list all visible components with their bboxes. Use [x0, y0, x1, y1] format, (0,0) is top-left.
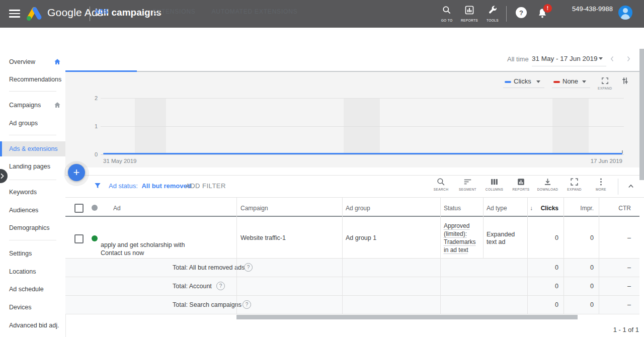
download-button[interactable]: DOWNLOAD [534, 177, 561, 191]
toolbar-label: EXPAND [567, 188, 582, 191]
none-series-swatch [553, 81, 560, 83]
help-icon[interactable]: ? [244, 263, 253, 272]
col-header-ad-group[interactable]: Ad group [346, 205, 370, 212]
home-icon [53, 58, 61, 66]
sidebar-item-locations[interactable]: Locations [0, 264, 65, 279]
sidebar-divider [9, 240, 56, 240]
sidebar-item-overview[interactable]: Overview [0, 54, 65, 69]
col-header-ctr[interactable]: CTR [601, 205, 631, 212]
row-checkbox[interactable] [74, 234, 84, 243]
segment-button[interactable]: SEGMENT [454, 177, 481, 191]
chart-expand-label: EXPAND [598, 87, 612, 90]
sidebar-item-audiences[interactable]: Audiences [0, 203, 65, 218]
tab-ads[interactable]: ADS [65, 0, 138, 23]
toolbar-divider [618, 179, 618, 195]
sidebar-item-demographics[interactable]: Demographics [0, 220, 65, 235]
total-label: Total: Account [173, 283, 212, 290]
total-impr: 0 [564, 283, 594, 290]
metric-label: None [562, 77, 578, 85]
ad-approval-status[interactable]: Approved (limited): Trademarks in ad tex… [444, 222, 482, 254]
col-header-impr[interactable]: Impr. [569, 205, 594, 212]
sidebar-item-label: Overview [9, 58, 35, 65]
sidebar-item-label: Ad groups [9, 120, 38, 127]
sidebar-item-label: Advanced bid adj. [9, 322, 59, 329]
x-axis-end-label: 17 Jun 2019 [589, 158, 622, 164]
question-glyph: ? [219, 283, 222, 289]
daterange-prev-button[interactable] [608, 54, 617, 63]
column-divider [483, 198, 484, 259]
ad-status-filter-chip[interactable]: Ad status: All but removed [109, 182, 191, 190]
add-ad-button[interactable]: + [68, 164, 85, 181]
column-divider [527, 198, 528, 314]
sidebar-item-recommendations[interactable]: Recommendations [0, 72, 65, 87]
daterange-value[interactable]: 31 May - 17 Jun 2019 [532, 55, 598, 62]
tab-label: EXTENSIONS [152, 8, 195, 15]
clicks-series-line [103, 153, 622, 154]
tools-label: TOOLS [487, 19, 499, 22]
pagination-status: 1 - 1 of 1 [579, 326, 639, 333]
campaign-link[interactable]: Website traffic-1 [240, 234, 286, 241]
reports-button[interactable]: REPORTS [458, 5, 480, 22]
total-impr: 0 [564, 264, 594, 271]
total-row-account: Total: Account ? 0 0 – [65, 277, 639, 296]
reports-label: REPORTS [461, 19, 478, 22]
search-icon [442, 5, 452, 17]
download-icon [543, 177, 552, 187]
columns-button[interactable]: COLUMNS [481, 177, 508, 191]
search-button[interactable]: SEARCH [428, 177, 454, 191]
sort-desc-icon[interactable]: ↓ [530, 205, 533, 212]
avatar[interactable] [618, 6, 632, 20]
sidebar-item-settings[interactable]: Settings [0, 246, 65, 261]
help-button[interactable]: ? [516, 7, 527, 18]
home-icon [53, 101, 61, 109]
question-glyph: ? [247, 265, 250, 270]
tab-automated-extensions[interactable]: AUTOMATED EXTENSIONS [210, 0, 299, 23]
tab-extensions[interactable]: EXTENSIONS [138, 0, 210, 23]
menu-icon[interactable] [9, 10, 20, 18]
expand-button[interactable]: EXPAND [561, 177, 588, 191]
sidebar-item-ad-groups[interactable]: Ad groups [0, 116, 65, 131]
sidebar-item-devices[interactable]: Devices [0, 300, 65, 315]
column-divider [564, 198, 564, 314]
sidebar-item-ad-schedule[interactable]: Ad schedule [0, 282, 65, 297]
collapse-toolbar-button[interactable] [626, 181, 636, 191]
daterange-next-button[interactable] [624, 54, 633, 63]
sidebar-item-landing-pages[interactable]: Landing pages [0, 159, 65, 174]
sidebar-item-ads-extensions[interactable]: Ads & extensions [0, 141, 65, 156]
add-filter-button[interactable]: ADD FILTER [186, 182, 226, 190]
reports-button[interactable]: REPORTS [508, 177, 534, 191]
metric-dropdown-clicks[interactable]: Clicks [503, 76, 544, 88]
sidebar-item-label: Locations [9, 268, 36, 275]
col-header-status[interactable]: Status [444, 205, 461, 212]
horizontal-scrollbar[interactable] [236, 315, 578, 319]
toolbar-label: SEGMENT [459, 188, 476, 191]
tools-button[interactable]: TOOLS [481, 5, 504, 22]
select-all-checkbox[interactable] [74, 204, 84, 213]
help-icon[interactable]: ? [243, 300, 251, 309]
sidebar-item-label: Recommendations [9, 76, 61, 83]
col-header-campaign[interactable]: Campaign [240, 205, 268, 212]
chevron-right-icon [624, 54, 633, 63]
caret-down-icon [536, 80, 540, 83]
sidebar-item-keywords[interactable]: Keywords [0, 185, 65, 200]
sidebar-item-campaigns[interactable]: Campaigns [0, 98, 65, 113]
help-icon[interactable]: ? [216, 282, 225, 290]
daterange-caret-icon[interactable] [599, 57, 603, 60]
status-dot-header-icon[interactable] [92, 205, 98, 211]
ctr-value: – [601, 234, 631, 241]
col-header-ad-type[interactable]: Ad type [487, 205, 507, 212]
col-header-ad[interactable]: Ad [113, 205, 121, 212]
vertical-scrollbar[interactable] [639, 49, 644, 180]
ad-group-link[interactable]: Ad group 1 [346, 234, 376, 241]
toolbar-label: REPORTS [512, 188, 529, 191]
go-to-button[interactable]: GO TO [436, 5, 458, 22]
y-tick: 1 [91, 123, 98, 129]
col-header-clicks[interactable]: Clicks [536, 205, 558, 212]
metric-dropdown-none[interactable]: None [552, 76, 590, 88]
sidebar-item-advanced-bid-adj[interactable]: Advanced bid adj. [0, 318, 65, 333]
filter-prefix: Ad status: [109, 182, 138, 190]
ad-status-enabled-dot[interactable] [92, 235, 98, 241]
chart-expand-button[interactable] [601, 76, 609, 87]
more-button[interactable]: MORE [588, 177, 614, 191]
chart-settings-button[interactable] [620, 76, 630, 88]
